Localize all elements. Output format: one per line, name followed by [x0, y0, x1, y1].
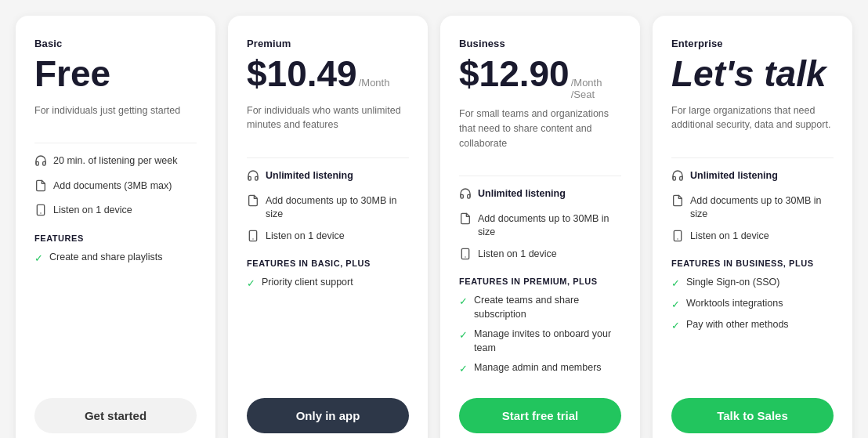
business-label: Business: [459, 38, 621, 49]
premium-price: $10.49: [247, 54, 357, 94]
basic-price-row: Free: [34, 54, 197, 97]
premium-feature-0: Unlimited listening: [247, 169, 409, 186]
enterprise-feature-text-2: Listen on 1 device: [690, 230, 769, 244]
premium-button[interactable]: Only in app: [247, 398, 409, 433]
headphone-icon: [459, 187, 472, 205]
basic-feature-0: 20 min. of listening per week: [34, 154, 197, 172]
device-icon: [671, 230, 684, 247]
enterprise-check-item-0: ✓Single Sign-on (SSO): [671, 276, 834, 291]
basic-check-item-0: ✓Create and share playlists: [34, 251, 197, 266]
business-feature-2: Listen on 1 device: [459, 248, 621, 265]
business-feature-0: Unlimited listening: [459, 187, 621, 205]
enterprise-divider: [671, 157, 834, 158]
premium-price-row: $10.49/Month: [247, 54, 409, 97]
business-check-item-2: ✓Manage admin and members: [459, 361, 621, 376]
device-icon: [34, 204, 47, 221]
enterprise-price: Let's talk: [671, 54, 826, 94]
basic-description: For individuals just getting started: [34, 103, 197, 118]
device-icon: [247, 230, 259, 247]
headphone-icon: [671, 169, 684, 186]
card-enterprise: EnterpriseLet's talkFor large organizati…: [653, 16, 852, 438]
premium-price-suffix: /Month: [359, 77, 390, 89]
basic-feature-2: Listen on 1 device: [34, 204, 197, 221]
basic-divider: [34, 143, 197, 143]
card-premium: Premium$10.49/MonthFor individuals who w…: [228, 16, 428, 438]
enterprise-label: Enterprise: [671, 38, 834, 49]
enterprise-check-text-2: Pay with other methods: [686, 318, 789, 332]
business-price: $12.90: [459, 54, 570, 94]
document-icon: [671, 194, 684, 212]
business-check-item-0: ✓Create teams and share subscription: [459, 294, 621, 321]
basic-feature-text-1: Add documents (3MB max): [53, 179, 172, 194]
check-icon: ✓: [671, 319, 680, 333]
basic-features: 20 min. of listening per week Add docume…: [34, 154, 197, 382]
enterprise-check-item-1: ✓Worktools integrations: [671, 297, 834, 312]
enterprise-feature-text-0: Unlimited listening: [690, 169, 778, 183]
business-feature-1: Add documents up to 30MB in size: [459, 212, 621, 240]
document-icon: [247, 194, 259, 212]
business-check-text-2: Manage admin and members: [474, 361, 602, 375]
enterprise-button[interactable]: Talk to Sales: [671, 398, 834, 433]
business-feature-text-0: Unlimited listening: [478, 187, 566, 201]
check-icon: ✓: [671, 277, 680, 291]
enterprise-check-text-1: Worktools integrations: [686, 297, 783, 311]
enterprise-section-title: FEATURES IN BUSINESS, PLUS: [671, 259, 834, 268]
business-check-text-1: Manage invites to onboard your team: [474, 328, 621, 355]
pricing-container: BasicFreeFor individuals just getting st…: [16, 16, 852, 438]
check-icon: ✓: [459, 295, 468, 309]
premium-label: Premium: [247, 38, 409, 49]
document-icon: [34, 179, 47, 197]
enterprise-feature-2: Listen on 1 device: [671, 230, 834, 247]
check-icon: ✓: [34, 252, 43, 266]
card-business: Business$12.90/Month /SeatFor small team…: [440, 16, 640, 438]
basic-check-text-0: Create and share playlists: [49, 251, 163, 265]
premium-feature-1: Add documents up to 30MB in size: [247, 194, 409, 222]
basic-button[interactable]: Get started: [34, 398, 197, 433]
premium-check-item-0: ✓Priority client support: [247, 276, 409, 291]
enterprise-check-text-0: Single Sign-on (SSO): [686, 276, 780, 290]
enterprise-price-row: Let's talk: [671, 54, 834, 97]
basic-price: Free: [34, 54, 110, 94]
premium-divider: [247, 157, 409, 158]
premium-feature-text-2: Listen on 1 device: [266, 230, 345, 244]
headphone-icon: [34, 154, 47, 172]
check-icon: ✓: [459, 328, 468, 342]
business-feature-text-2: Listen on 1 device: [478, 248, 557, 262]
basic-label: Basic: [34, 38, 197, 49]
business-description: For small teams and organizations that n…: [459, 107, 621, 150]
premium-check-text-0: Priority client support: [262, 276, 353, 290]
business-check-text-0: Create teams and share subscription: [474, 294, 621, 321]
enterprise-features: Unlimited listening Add documents up to …: [671, 169, 834, 382]
premium-feature-text-1: Add documents up to 30MB in size: [266, 194, 409, 222]
premium-section-title: FEATURES IN BASIC, PLUS: [247, 259, 409, 268]
business-price-suffix: /Month /Seat: [571, 77, 621, 100]
enterprise-feature-1: Add documents up to 30MB in size: [671, 194, 834, 222]
business-section-title: FEATURES IN PREMIUM, PLUS: [459, 277, 621, 286]
business-divider: [459, 176, 621, 176]
enterprise-description: For large organizations that need additi…: [671, 103, 834, 133]
premium-features: Unlimited listening Add documents up to …: [247, 169, 409, 382]
basic-section-title: FEATURES: [34, 233, 197, 243]
business-button[interactable]: Start free trial: [459, 398, 621, 433]
enterprise-check-item-2: ✓Pay with other methods: [671, 318, 834, 333]
business-features: Unlimited listening Add documents up to …: [459, 187, 621, 382]
device-icon: [459, 248, 472, 265]
business-feature-text-1: Add documents up to 30MB in size: [478, 212, 621, 240]
business-check-item-1: ✓Manage invites to onboard your team: [459, 328, 621, 355]
premium-feature-text-0: Unlimited listening: [266, 169, 353, 183]
premium-feature-2: Listen on 1 device: [247, 230, 409, 247]
enterprise-feature-0: Unlimited listening: [671, 169, 834, 186]
check-icon: ✓: [247, 277, 255, 291]
card-basic: BasicFreeFor individuals just getting st…: [16, 16, 215, 438]
enterprise-feature-text-1: Add documents up to 30MB in size: [690, 194, 834, 222]
headphone-icon: [247, 169, 259, 186]
basic-feature-1: Add documents (3MB max): [34, 179, 197, 197]
premium-description: For individuals who wants unlimited minu…: [247, 103, 409, 133]
business-price-row: $12.90/Month /Seat: [459, 54, 621, 100]
check-icon: ✓: [459, 362, 468, 376]
document-icon: [459, 212, 472, 230]
basic-feature-text-0: 20 min. of listening per week: [53, 154, 177, 168]
check-icon: ✓: [671, 298, 680, 312]
basic-feature-text-2: Listen on 1 device: [53, 204, 132, 218]
